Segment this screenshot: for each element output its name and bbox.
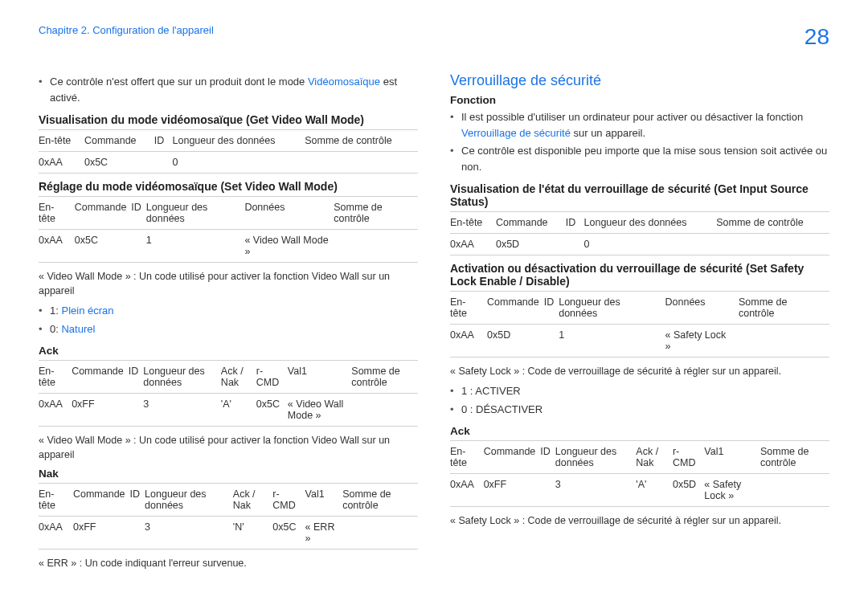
th: Val1 [704, 441, 760, 474]
table-get-input-source: En-tête Commande ID Longueur des données… [450, 211, 829, 255]
safety-lock-note-1: « Safety Lock » : Code de verrouillage d… [450, 364, 829, 378]
intro-pre: Ce contrôle n'est offert que sur un prod… [50, 76, 308, 88]
th: Ack / Nak [233, 483, 272, 516]
val-prefix: 0: [50, 323, 61, 335]
td [544, 325, 559, 358]
td: 0xAA [450, 325, 487, 358]
th: r-CMD [256, 361, 288, 394]
list-item: 1: Plein écran [39, 303, 418, 319]
videomosaique-link[interactable]: Vidéomosaïque [308, 76, 380, 88]
td: 0xFF [484, 474, 541, 507]
td: 1 [559, 325, 665, 358]
set-title-left: Réglage du mode vidéomosaïque (Set Video… [39, 180, 418, 193]
th: r-CMD [673, 441, 704, 474]
func-post: sur un appareil. [571, 127, 645, 139]
td [154, 152, 173, 174]
th: Commande [84, 130, 154, 152]
list-item: 0: Naturel [39, 321, 418, 337]
left-column: Ce contrôle n'est offert que sur un prod… [39, 71, 418, 575]
td [129, 394, 144, 427]
th: Longueur des données [173, 130, 305, 152]
th: Somme de contrôle [351, 361, 418, 394]
td: 0xAA [450, 474, 484, 507]
td: 0x5D [487, 325, 544, 358]
td: 3 [555, 474, 637, 507]
vis-title-left: Visualisation du mode vidéomosaïque (Get… [39, 113, 418, 126]
td: 0x5D [673, 474, 704, 507]
table-set-video-wall: En-tête Commande ID Longueur des données… [39, 196, 418, 263]
td: 0x5C [84, 152, 154, 174]
table-header-row: En-tête Commande ID Longueur des données… [450, 441, 829, 474]
td: « Safety Lock » [665, 325, 739, 358]
td: 0xAA [39, 394, 72, 427]
td: « Video Wall Mode » [288, 394, 351, 427]
td: 1 [146, 230, 245, 263]
th: ID [540, 441, 555, 474]
table-row: 0xAA 0x5C 1 « Video Wall Mode » [39, 230, 418, 263]
th: Longueur des données [146, 197, 245, 230]
td [566, 234, 584, 255]
td: 'A' [636, 474, 673, 507]
th: ID [544, 292, 559, 325]
th: Commande [72, 361, 129, 394]
td: « Safety Lock » [704, 474, 760, 507]
th: En-tête [39, 483, 73, 516]
table-header-row: En-tête Commande ID Longueur des données… [39, 197, 418, 230]
security-lock-link[interactable]: Verrouillage de sécurité [461, 127, 571, 139]
func-pre: Il est possible d'utiliser un ordinateur… [461, 111, 803, 123]
td [540, 474, 555, 507]
td: 0xAA [39, 230, 75, 263]
naturel-link[interactable]: Naturel [61, 323, 95, 335]
vis-title-right: Visualisation de l'état du verrouillage … [450, 182, 829, 208]
td [716, 234, 829, 255]
th: Commande [487, 292, 544, 325]
table-nak-left: En-tête Commande ID Longueur des données… [39, 483, 418, 550]
video-wall-note-1: « Video Wall Mode » : Un code utilisé po… [39, 269, 418, 298]
th: Somme de contrôle [305, 130, 418, 152]
td: 'N' [233, 516, 272, 549]
list-item: Ce contrôle est disponible peu importe q… [450, 143, 829, 174]
intro-list: Ce contrôle n'est offert que sur un prod… [39, 74, 418, 105]
safety-lock-note-2: « Safety Lock » : Code de verrouillage d… [450, 513, 829, 528]
td [342, 516, 418, 549]
th: Longueur des données [145, 483, 233, 516]
table-row: 0xAA 0xFF 3 'A' 0x5C « Video Wall Mode » [39, 394, 418, 427]
th: Somme de contrôle [739, 292, 829, 325]
th: Données [665, 292, 739, 325]
ack-title-right: Ack [450, 425, 829, 437]
td: 'A' [221, 394, 256, 427]
set-title-right: Activation ou désactivation du verrouill… [450, 262, 829, 288]
table-row: 0xAA 0x5D 1 « Safety Lock » [450, 325, 829, 358]
th: En-tête [39, 130, 84, 152]
th: ID [129, 361, 144, 394]
plein-ecran-link[interactable]: Plein écran [61, 304, 113, 317]
table-ack-left: En-tête Commande ID Longueur des données… [39, 360, 418, 427]
td: 0xAA [39, 152, 84, 174]
td: « ERR » [305, 516, 343, 549]
intro-note: Ce contrôle n'est offert que sur un prod… [39, 74, 418, 105]
th: En-tête [450, 292, 487, 325]
table-row: 0xAA 0x5D 0 [450, 234, 829, 255]
th: ID [566, 212, 584, 234]
right-column: Verrouillage de sécurité Fonction Il est… [450, 71, 829, 575]
td: 0xFF [73, 516, 130, 549]
content-columns: Ce contrôle n'est offert que sur un prod… [0, 55, 868, 575]
td: « Video Wall Mode » [244, 230, 334, 263]
nak-title-left: Nak [39, 468, 418, 480]
th: En-tête [39, 197, 75, 230]
table-header-row: En-tête Commande ID Longueur des données… [39, 483, 418, 516]
th: Commande [484, 441, 541, 474]
td [130, 516, 145, 549]
th: Commande [496, 212, 566, 234]
page-number: 28 [805, 24, 829, 50]
td: 0x5C [75, 230, 132, 263]
th: Somme de contrôle [334, 197, 418, 230]
mode-values-list: 1: Plein écran 0: Naturel [39, 303, 418, 337]
td: 0x5C [256, 394, 288, 427]
th: En-tête [39, 361, 72, 394]
td [305, 152, 418, 174]
td: 3 [145, 516, 233, 549]
list-item: 1 : ACTIVER [450, 383, 829, 399]
table-row: 0xAA 0x5C 0 [39, 152, 418, 174]
td: 0 [173, 152, 305, 174]
